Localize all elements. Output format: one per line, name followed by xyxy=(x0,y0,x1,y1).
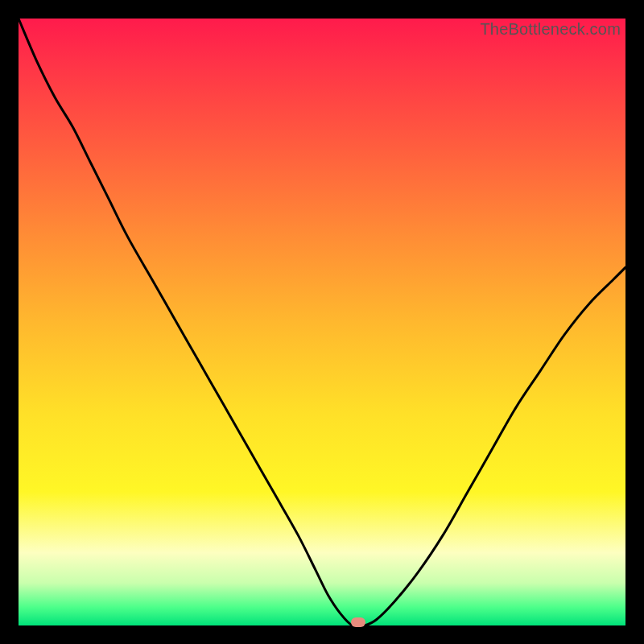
chart-plot-area: TheBottleneck.com xyxy=(19,19,625,625)
chart-frame: TheBottleneck.com xyxy=(0,0,644,644)
minimum-marker xyxy=(351,617,365,627)
bottleneck-curve xyxy=(19,19,625,625)
